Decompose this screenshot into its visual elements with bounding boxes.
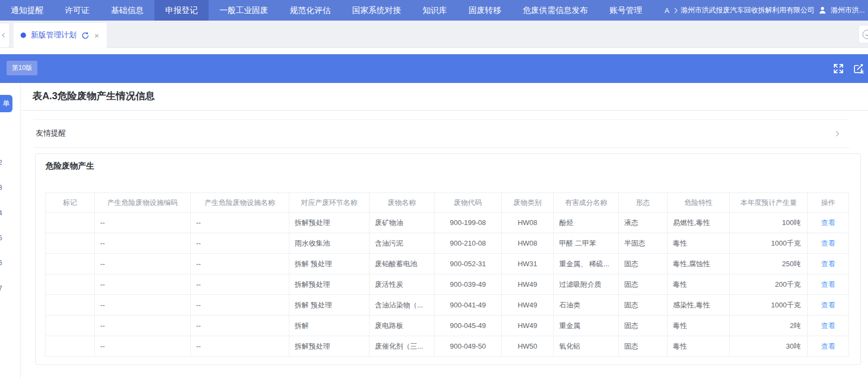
table-cell: 毒性 [668, 316, 730, 336]
table-cell: 拆解预处理 [289, 336, 370, 357]
nav-item-9[interactable]: 固废转移 [458, 0, 512, 21]
table-cell [46, 274, 95, 295]
table-cell: 甲醛 二甲苯 [554, 233, 619, 254]
waste-table: 标记产生危险废物设施编码产生危险废物设施名称对应产废环节名称废物名称废物代码废物… [45, 192, 849, 357]
nav-item-8[interactable]: 知识库 [412, 0, 458, 21]
nav-item-10[interactable]: 危废供需信息发布 [512, 0, 599, 21]
table-cell: 液态 [619, 213, 668, 233]
table-cell: 毒性 [668, 336, 730, 357]
view-link[interactable]: 查看 [821, 342, 835, 350]
table-cell-action: 查看 [808, 336, 849, 357]
tab-scroll-left-button[interactable] [0, 23, 10, 48]
table-cell: HW50 [502, 336, 554, 357]
scroll-left-icon [2, 33, 7, 37]
view-link[interactable]: 查看 [821, 280, 835, 288]
table-cell: 雨水收集池 [289, 233, 370, 254]
column-header-6: 废物代码 [435, 193, 502, 213]
sidebar-fragment: 5 [0, 234, 2, 242]
table-cell: HW08 [502, 233, 554, 254]
view-link[interactable]: 查看 [821, 301, 835, 309]
table-cell: 30吨 [730, 336, 808, 357]
nav-item-7[interactable]: 国家系统对接 [341, 0, 412, 21]
table-body: ----拆解预处理废矿物油900-199-08HW08酚烃液态易燃性,毒性100… [46, 213, 849, 357]
view-link[interactable]: 查看 [821, 322, 835, 330]
tab-close-icon[interactable]: × [94, 31, 99, 40]
table-cell: 废催化剂（三... [370, 336, 435, 357]
tab-management-plan[interactable]: 新版管理计划 × [14, 23, 107, 48]
nav-item-6[interactable]: 规范化评估 [279, 0, 341, 21]
navbar-right: A 滁州市洪武报废汽车回收拆解利用有限公司 滁州市洪... [664, 0, 868, 21]
table-cell: -- [191, 336, 289, 357]
view-link[interactable]: 查看 [821, 239, 835, 247]
table-cell: 石油类 [554, 295, 619, 316]
table-cell: 拆解预处理 [289, 274, 370, 295]
section-title: 危险废物产生 [46, 161, 94, 171]
reminder-panel-header[interactable]: 友情提醒 [36, 129, 66, 138]
table-cell: 拆解 预处理 [289, 254, 370, 274]
table-cell: -- [191, 274, 289, 295]
nav-item-2[interactable]: 许可证 [54, 0, 100, 21]
column-header-4: 对应产废环节名称 [289, 193, 370, 213]
table-cell: 900-049-50 [435, 336, 502, 357]
sidebar-fragment: 7 [0, 285, 2, 292]
top-navbar: 通知提醒许可证基础信息申报登记一般工业固废规范化评估国家系统对接知识库固废转移危… [0, 0, 868, 21]
table-cell: HW49 [502, 316, 554, 336]
edit-cancel-icon[interactable] [852, 62, 865, 75]
sidebar-fragment: 3 [0, 184, 2, 191]
table-row: ----拆解 预处理废铅酸蓄电池900-052-31HW31重金属、 稀硫...… [46, 254, 849, 274]
fullscreen-icon[interactable] [832, 62, 845, 75]
sidebar-fragment: 4 [0, 209, 2, 217]
column-header-2: 产生危险废物设施编码 [95, 193, 191, 213]
table-row: ----拆解预处理废催化剂（三...900-049-50HW50氧化铝固态毒性3… [46, 336, 849, 357]
table-cell: 毒性 [668, 274, 730, 295]
column-header-11: 本年度预计产生量 [730, 193, 808, 213]
table-cell: -- [95, 316, 191, 336]
table-cell: 900-052-31 [435, 254, 502, 274]
table-cell [46, 295, 95, 316]
nav-item-3[interactable]: 基础信息 [100, 0, 154, 21]
nav-item-11[interactable]: 账号管理 [599, 0, 653, 21]
nav-item-1[interactable]: 通知提醒 [0, 0, 54, 21]
user-name[interactable]: 滁州市洪... [831, 5, 865, 15]
table-cell: 250吨 [730, 254, 808, 274]
table-cell: 重金属 [554, 316, 619, 336]
table-cell: 固态 [619, 336, 668, 357]
nav-item-4[interactable]: 申报登记 [154, 0, 209, 21]
column-header-5: 废物名称 [370, 193, 435, 213]
table-cell: 1000千克 [730, 295, 808, 316]
table-row: ----拆解 预处理含油沾染物（...900-041-49HW49石油类固态感染… [46, 295, 849, 316]
table-cell [46, 336, 95, 357]
view-link[interactable]: 查看 [821, 219, 835, 227]
table-cell: 含油沾染物（... [370, 295, 435, 316]
table-cell: 拆解 [289, 316, 370, 336]
table-cell [46, 316, 95, 336]
table-row: ----雨水收集池含油污泥900-210-08HW08甲醛 二甲苯半固态毒性10… [46, 233, 849, 254]
table-cell: 半固态 [619, 233, 668, 254]
menu-expand-tab[interactable]: 单 [0, 95, 12, 112]
table-cell: -- [95, 336, 191, 357]
column-header-1: 标记 [46, 193, 95, 213]
sidebar-fragment: 2 [0, 159, 2, 166]
version-badge: 第10版 [7, 61, 37, 75]
table-cell: 200千克 [730, 274, 808, 295]
reminder-panel-top-border [34, 119, 849, 120]
table-cell: HW31 [502, 254, 554, 274]
table-cell: 900-199-08 [435, 213, 502, 233]
title-divider [21, 110, 868, 111]
tab-options-icon [863, 30, 868, 39]
table-cell: 1000千克 [730, 233, 808, 254]
tab-options-button[interactable] [858, 25, 868, 43]
table-cell: 100吨 [730, 213, 808, 233]
table-cell: -- [191, 295, 289, 316]
view-link[interactable]: 查看 [821, 260, 835, 268]
reminder-expand-chevron-icon[interactable] [834, 131, 839, 137]
table-cell: 900-041-49 [435, 295, 502, 316]
left-sidebar-strip: 单 234567 [0, 83, 21, 379]
table-cell: -- [95, 213, 191, 233]
table-cell: 拆解预处理 [289, 213, 370, 233]
tab-refresh-icon[interactable] [81, 31, 89, 40]
tab-bar: 新版管理计划 × [0, 21, 868, 48]
table-cell: 废活性炭 [370, 274, 435, 295]
app-window: 通知提醒许可证基础信息申报登记一般工业固废规范化评估国家系统对接知识库固废转移危… [0, 0, 868, 379]
nav-item-5[interactable]: 一般工业固废 [209, 0, 279, 21]
